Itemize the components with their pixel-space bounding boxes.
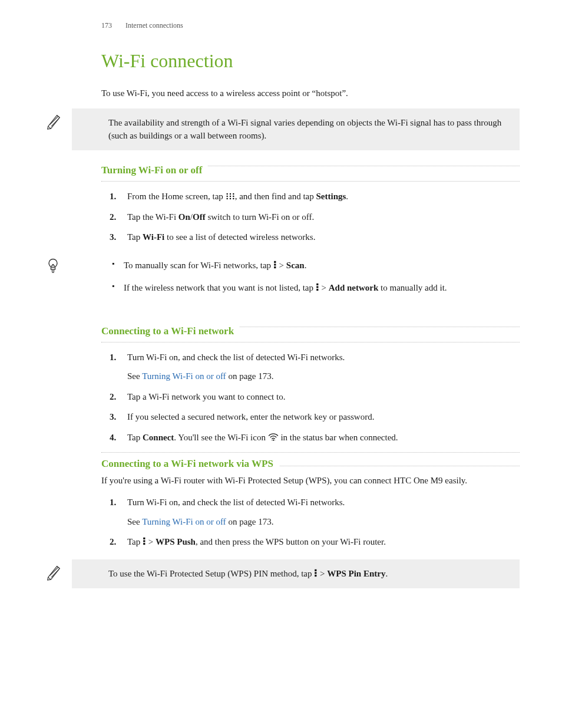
substep: See Turning Wi-Fi on or off on page 173. [127, 515, 520, 529]
text: > [146, 537, 156, 546]
bold-add-network: Add network [329, 283, 379, 292]
steps-turning-wifi: From the Home screen, tap , and then fin… [101, 190, 520, 244]
note-wps-pin: To use the Wi-Fi Protected Setup (WPS) P… [72, 559, 520, 589]
bold-on: On [178, 212, 190, 222]
text: > [277, 261, 286, 270]
text: . [385, 569, 388, 578]
text: Turn Wi-Fi on, and check the list of det… [127, 498, 345, 507]
step: Turn Wi-Fi on, and check the list of det… [101, 351, 520, 383]
pencil-icon [45, 563, 62, 581]
apps-icon [226, 191, 235, 199]
text: in the status bar when connected. [279, 433, 398, 442]
step: Turn Wi-Fi on, and check the list of det… [101, 496, 520, 528]
steps-wps: Turn Wi-Fi on, and check the list of det… [101, 496, 520, 549]
step: From the Home screen, tap , and then fin… [101, 190, 520, 203]
text: Tap [127, 537, 143, 546]
text: Turn Wi-Fi on, and check the list of det… [127, 353, 345, 362]
link-turning-wifi[interactable]: Turning Wi-Fi on or off [142, 517, 226, 526]
step: Tap Wi-Fi to see a list of detected wire… [101, 230, 520, 244]
intro-paragraph: To use Wi-Fi, you need access to a wirel… [101, 87, 520, 100]
text: Tap [127, 433, 143, 442]
text: Tap the Wi-Fi [127, 212, 178, 222]
text: To use the Wi-Fi Protected Setup (WPS) P… [108, 569, 314, 578]
text: Tap [127, 232, 143, 242]
text: . [346, 192, 348, 201]
section-title: Turning Wi-Fi on or off [101, 164, 208, 176]
page-number: 173 [101, 21, 124, 30]
step: Tap a Wi-Fi network you want to connect … [101, 390, 520, 404]
text: > [319, 283, 329, 292]
note-availability: The availability and strength of a Wi-Fi… [72, 108, 520, 151]
section-heading-wps: Connecting to a Wi-Fi network via WPS [101, 460, 520, 466]
link-turning-wifi[interactable]: Turning Wi-Fi on or off [142, 371, 226, 381]
note-text: To use the Wi-Fi Protected Setup (WPS) P… [108, 568, 510, 581]
divider [101, 452, 520, 453]
tip-bullet: If the wireless network that you want is… [112, 281, 520, 295]
text: switch to turn Wi-Fi on or off. [206, 212, 315, 222]
text: on page 173. [226, 371, 274, 381]
tip-bullet: To manually scan for Wi-Fi networks, tap… [112, 258, 520, 272]
bold-wps-push: WPS Push [156, 537, 196, 546]
section-title: Connecting to a Wi-Fi network via WPS [101, 458, 279, 470]
step: Tap Connect. You'll see the Wi-Fi icon i… [101, 431, 520, 444]
lightbulb-icon [45, 256, 62, 274]
note-text: The availability and strength of a Wi-Fi… [108, 117, 510, 143]
section-heading-turning-wifi: Turning Wi-Fi on or off [101, 166, 520, 182]
text: If the wireless network that you want is… [124, 283, 316, 292]
text: See [127, 517, 142, 526]
step: Tap the Wi-Fi On/Off switch to turn Wi-F… [101, 210, 520, 224]
page-content: Wi-Fi connection To use Wi-Fi, you need … [101, 50, 520, 588]
running-header: 173 Internet connections [101, 21, 520, 30]
page-title: Wi-Fi connection [101, 50, 520, 72]
wifi-icon [268, 432, 279, 440]
text: . You'll see the Wi-Fi icon [174, 433, 267, 442]
bold-off: Off [193, 212, 206, 222]
text: To manually scan for Wi-Fi networks, tap [124, 261, 273, 270]
steps-connecting: Turn Wi-Fi on, and check the list of det… [101, 351, 520, 444]
text: > [318, 569, 327, 578]
step: Tap > WPS Push, and then press the WPS b… [101, 535, 520, 549]
document-page: 173 Internet connections Wi-Fi connectio… [0, 0, 562, 728]
text: on page 173. [226, 517, 274, 526]
text: , and then find and tap [235, 192, 316, 201]
text: , and then press the WPS button on your … [196, 537, 386, 546]
step: If you selected a secured network, enter… [101, 410, 520, 424]
bold-wps-pin-entry: WPS Pin Entry [327, 569, 385, 578]
pencil-icon [45, 112, 62, 130]
section-title: Connecting to a Wi-Fi network [101, 325, 240, 337]
bold-connect: Connect [143, 433, 174, 442]
section-name: Internet connections [125, 21, 183, 29]
text: to manually add it. [378, 283, 447, 292]
text: See [127, 371, 142, 381]
bold-scan: Scan [286, 261, 305, 270]
section-heading-connecting: Connecting to a Wi-Fi network [101, 327, 520, 342]
tip-bullets: To manually scan for Wi-Fi networks, tap… [112, 258, 520, 295]
text: . [305, 261, 307, 270]
bold-settings: Settings [316, 192, 346, 201]
bold-wifi: Wi-Fi [143, 232, 164, 242]
tip-box-scan: To manually scan for Wi-Fi networks, tap… [72, 252, 520, 309]
wps-intro: If you're using a Wi-Fi router with Wi-F… [101, 475, 520, 487]
text: to see a list of detected wireless netwo… [164, 232, 315, 242]
substep: See Turning Wi-Fi on or off on page 173. [127, 370, 520, 383]
text: From the Home screen, tap [127, 192, 226, 201]
